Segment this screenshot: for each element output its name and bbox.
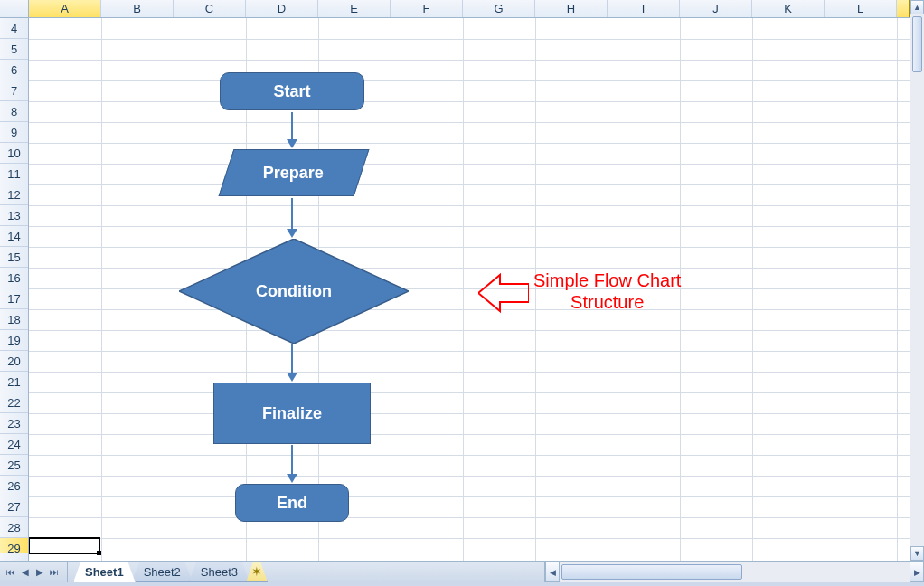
row-head-5[interactable]: 5 xyxy=(0,39,28,60)
row-head-15[interactable]: 15 xyxy=(0,247,28,268)
row-head-28[interactable]: 28 xyxy=(0,517,28,538)
col-head-C[interactable]: C xyxy=(174,0,246,17)
row-head-24[interactable]: 24 xyxy=(0,434,28,455)
scroll-right-button[interactable]: ▶ xyxy=(910,562,924,582)
annotation-line1: Simple Flow Chart xyxy=(533,269,681,291)
selected-cell[interactable] xyxy=(29,537,100,554)
col-head-F[interactable]: F xyxy=(391,0,463,17)
flowchart-end-label: End xyxy=(277,494,307,513)
row-head-17[interactable]: 17 xyxy=(0,288,28,309)
row-head-26[interactable]: 26 xyxy=(0,476,28,496)
arrow-start-to-prepare xyxy=(286,112,298,148)
svg-marker-1 xyxy=(478,275,529,311)
scroll-left-button[interactable]: ◀ xyxy=(545,562,560,582)
row-head-9[interactable]: 9 xyxy=(0,122,28,143)
row-head-25[interactable]: 25 xyxy=(0,455,28,476)
scroll-up-button[interactable]: ▲ xyxy=(910,0,924,14)
col-head-partial[interactable] xyxy=(897,0,910,17)
column-header-row: A B C D E F G H I J K L xyxy=(0,0,924,18)
gridlines-vertical xyxy=(29,18,910,561)
flowchart-finalize-label: Finalize xyxy=(262,404,322,423)
tab-nav-next[interactable]: ▶ xyxy=(33,564,47,581)
col-head-H[interactable]: H xyxy=(535,0,608,17)
row-head-14[interactable]: 14 xyxy=(0,226,28,247)
arrow-condition-to-finalize xyxy=(286,344,298,382)
arrow-finalize-to-end xyxy=(286,445,298,483)
excel-window: A B C D E F G H I J K L 4 5 6 7 8 9 10 1… xyxy=(0,0,924,586)
horizontal-scroll-thumb[interactable] xyxy=(561,564,742,580)
col-head-B[interactable]: B xyxy=(101,0,174,17)
row-head-7[interactable]: 7 xyxy=(0,80,28,101)
row-head-27[interactable]: 27 xyxy=(0,496,28,517)
flowchart-end[interactable]: End xyxy=(235,484,349,522)
col-head-G[interactable]: G xyxy=(463,0,535,17)
new-sheet-button[interactable]: ✶ xyxy=(246,562,268,582)
row-head-20[interactable]: 20 xyxy=(0,351,28,372)
row-header-column: 4 5 6 7 8 9 10 11 12 13 14 15 16 17 18 1… xyxy=(0,18,29,561)
tab-nav-first[interactable]: ⏮ xyxy=(4,564,18,581)
sheet-tab-2[interactable]: Sheet2 xyxy=(132,562,193,582)
row-head-21[interactable]: 21 xyxy=(0,372,28,392)
hscroll-track[interactable] xyxy=(560,562,910,582)
annotation-text[interactable]: Simple Flow Chart Structure xyxy=(533,269,681,313)
spreadsheet-grid[interactable]: Start Prepare Condition Finalize xyxy=(29,18,910,561)
row-head-8[interactable]: 8 xyxy=(0,101,28,122)
row-head-13[interactable]: 13 xyxy=(0,205,28,226)
row-head-22[interactable]: 22 xyxy=(0,392,28,413)
sheet-tab-1[interactable]: Sheet1 xyxy=(73,562,136,582)
row-head-18[interactable]: 18 xyxy=(0,309,28,330)
flowchart-condition-label: Condition xyxy=(256,282,332,301)
tab-nav-last[interactable]: ⏭ xyxy=(47,564,61,581)
col-head-J[interactable]: J xyxy=(680,0,752,17)
horizontal-scrollbar[interactable]: ◀ ▶ xyxy=(544,562,924,582)
sheet-tab-3[interactable]: Sheet3 xyxy=(189,562,250,582)
flowchart-start-label: Start xyxy=(273,82,310,101)
row-head-12[interactable]: 12 xyxy=(0,184,28,205)
gridlines-horizontal xyxy=(29,18,910,561)
row-head-29[interactable]: 29 xyxy=(0,538,28,553)
row-head-23[interactable]: 23 xyxy=(0,413,28,434)
col-head-D[interactable]: D xyxy=(246,0,318,17)
col-head-A[interactable]: A xyxy=(29,0,101,17)
row-head-4[interactable]: 4 xyxy=(0,18,28,39)
col-head-L[interactable]: L xyxy=(825,0,897,17)
flowchart-prepare[interactable]: Prepare xyxy=(219,149,370,196)
col-head-E[interactable]: E xyxy=(318,0,391,17)
row-head-10[interactable]: 10 xyxy=(0,143,28,164)
scroll-down-button[interactable]: ▼ xyxy=(910,546,924,561)
flowchart-prepare-label: Prepare xyxy=(263,164,324,183)
flowchart-start[interactable]: Start xyxy=(220,72,364,110)
row-head-11[interactable]: 11 xyxy=(0,164,28,184)
row-head-6[interactable]: 6 xyxy=(0,60,28,80)
col-head-K[interactable]: K xyxy=(752,0,825,17)
status-strip xyxy=(0,582,924,586)
row-head-19[interactable]: 19 xyxy=(0,330,28,351)
tab-nav-prev[interactable]: ◀ xyxy=(18,564,33,581)
annotation-left-arrow[interactable] xyxy=(478,271,529,315)
vertical-scroll-thumb[interactable] xyxy=(912,16,922,72)
vertical-scrollbar[interactable]: ▲ ▼ xyxy=(910,0,924,561)
flowchart-condition[interactable]: Condition xyxy=(179,239,409,344)
flowchart-finalize[interactable]: Finalize xyxy=(213,383,371,444)
arrow-prepare-to-condition xyxy=(286,198,298,238)
tab-nav-buttons: ⏮ ◀ ▶ ⏭ xyxy=(0,562,68,582)
annotation-line2: Structure xyxy=(533,291,681,313)
sheet-tab-bar: ⏮ ◀ ▶ ⏭ Sheet1 Sheet2 Sheet3 ✶ ◀ ▶ xyxy=(0,561,924,582)
left-arrow-icon xyxy=(478,271,529,315)
row-head-16[interactable]: 16 xyxy=(0,268,28,288)
col-head-I[interactable]: I xyxy=(608,0,680,17)
select-all-corner[interactable] xyxy=(0,0,29,17)
sheet-tabs: Sheet1 Sheet2 Sheet3 ✶ xyxy=(68,562,264,582)
